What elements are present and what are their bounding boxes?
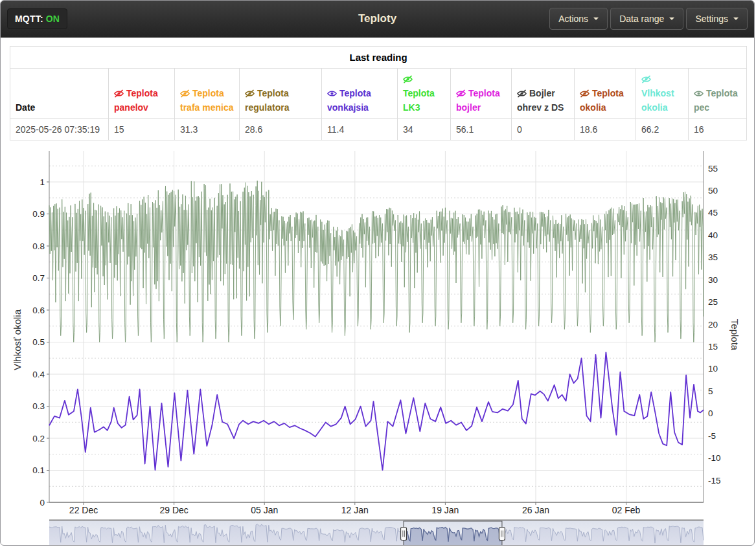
svg-text:1: 1 [40,177,45,187]
series-column-header[interactable]: Teplota okolia [575,69,636,119]
series-label: Vlhkost okolia [641,88,674,113]
svg-text:26 Jan: 26 Jan [522,505,549,515]
series-column-header[interactable]: Vlhkost okolia [636,69,689,119]
last-reading-value: 0 [512,119,575,140]
last-reading-value: 56.1 [451,119,512,140]
svg-text:50: 50 [708,186,718,195]
right-axis-title: Teplota [729,319,740,351]
mqtt-status-badge: MQTT:ON [7,8,67,29]
svg-text:40: 40 [708,230,718,240]
mqtt-label: MQTT: [15,14,43,24]
range-handle-right[interactable] [499,528,505,541]
svg-text:02 Feb: 02 Feb [612,505,641,515]
last-reading-date: 2025-05-26 07:35:19 [10,119,109,140]
svg-text:0.5: 0.5 [32,337,45,347]
svg-text:45: 45 [708,208,718,218]
series-column-header[interactable]: Teplota vonkajsia [322,69,398,119]
svg-text:0.8: 0.8 [32,241,45,251]
date-column-header: Date [10,69,109,119]
series-column-header[interactable]: Teplota bojler [451,69,512,119]
svg-text:25: 25 [708,297,718,307]
svg-text:0.1: 0.1 [32,465,45,475]
app-window: MQTT:ON Teploty Actions Data range Setti… [0,0,755,546]
svg-text:35: 35 [708,253,718,263]
caret-down-icon [733,17,739,20]
eye-slash-icon [641,75,651,84]
last-reading-value: 66.2 [636,119,689,140]
last-reading-value: 31.3 [175,119,240,140]
svg-text:0.4: 0.4 [32,370,45,379]
actions-button-label: Actions [558,14,588,24]
last-reading-table: Last reading Date Teplota panelovTeplota… [10,46,747,140]
svg-text:22 Dec: 22 Dec [69,505,98,515]
svg-text:0.7: 0.7 [32,273,45,283]
svg-text:30: 30 [708,275,718,285]
actions-button[interactable]: Actions [549,8,608,30]
eye-slash-icon [456,89,466,98]
svg-text:0.3: 0.3 [32,401,45,411]
svg-text:55: 55 [708,164,718,173]
settings-button-label: Settings [695,14,728,24]
data-range-button-label: Data range [619,14,664,24]
settings-button[interactable]: Settings [686,8,748,30]
series-column-header[interactable]: Teplota pec [689,69,747,119]
svg-text:0.6: 0.6 [32,306,45,315]
eye-open-icon [694,89,704,98]
eye-slash-icon [580,89,590,98]
svg-text:0: 0 [40,498,45,508]
caret-down-icon [593,17,599,20]
svg-text:-15: -15 [708,476,721,486]
eye-slash-icon [517,89,527,98]
last-reading-value: 15 [109,119,175,140]
last-reading-value: 18.6 [575,119,636,140]
series-label: Teplota LK3 [403,88,435,113]
table-title: Last reading [10,47,747,69]
eye-slash-icon [114,89,124,98]
eye-slash-icon [403,75,413,84]
last-reading-value: 28.6 [240,119,322,140]
last-reading-value: 11.4 [322,119,398,140]
chart-area: 00.10.20.30.40.50.60.70.80.9155504540353… [1,146,754,546]
temperature-humidity-chart[interactable]: 00.10.20.30.40.50.60.70.80.9155504540353… [1,146,755,519]
svg-text:-5: -5 [708,431,716,441]
svg-text:-10: -10 [708,453,721,463]
eye-slash-icon [180,89,190,98]
eye-open-icon [327,89,337,98]
svg-text:20: 20 [708,320,718,329]
left-axis-title: Vlhkosť okolia [12,309,23,371]
svg-text:19 Jan: 19 Jan [431,505,459,515]
last-reading-value: 16 [689,119,747,140]
svg-text:0.9: 0.9 [32,209,45,219]
range-selector[interactable] [1,519,755,546]
svg-text:0.2: 0.2 [32,434,45,443]
navbar: MQTT:ON Teploty Actions Data range Setti… [1,1,754,38]
svg-text:12 Jan: 12 Jan [341,505,369,515]
mqtt-status-value: ON [46,14,60,24]
series-column-header[interactable]: Bojler ohrev z DS [512,69,575,119]
data-range-button[interactable]: Data range [610,8,683,30]
series-column-header[interactable]: Teplota trafa menica [175,69,240,119]
svg-text:15: 15 [708,342,718,352]
last-reading-value: 34 [398,119,451,140]
navbar-buttons: Actions Data range Settings [549,8,748,30]
series-column-header[interactable]: Teplota panelov [109,69,175,119]
svg-text:05 Jan: 05 Jan [251,505,278,515]
caret-down-icon [669,17,674,20]
eye-slash-icon [245,89,255,98]
svg-text:0: 0 [708,409,713,419]
series-column-header[interactable]: Teplota regulatora [240,69,322,119]
svg-text:29 Dec: 29 Dec [159,505,188,515]
range-handle-left[interactable] [401,528,407,541]
series-column-header[interactable]: Teplota LK3 [398,69,451,119]
svg-text:5: 5 [708,386,713,396]
svg-text:10: 10 [708,364,718,374]
